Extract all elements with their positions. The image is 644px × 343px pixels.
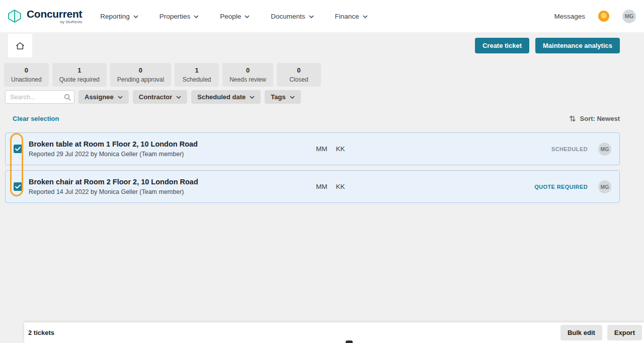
chip-label: Quote required: [59, 76, 100, 83]
assignee-initials: KK: [336, 145, 345, 153]
brand-logo[interactable]: Concurrent by StuRents: [7, 9, 82, 24]
assignee-initials: KK: [336, 183, 345, 190]
bulk-action-footer: 2 tickets Bulk edit Export: [24, 322, 644, 343]
nav-right: Messages MG: [554, 10, 636, 23]
ticket-title: Broken table at Room 1 Floor 2, 10 Londo…: [29, 140, 316, 148]
ticket-row[interactable]: Broken chair at Room 2 Floor 2, 10 Londo…: [5, 170, 620, 203]
chevron-down-icon: [133, 15, 138, 18]
assignee-filter-dropdown[interactable]: Assignee: [78, 90, 129, 104]
list-controls: Clear selection Sort: Newest: [13, 115, 620, 122]
chip-count: 1: [77, 66, 81, 74]
band-actions: Create ticket Maintenance analytics: [475, 38, 620, 53]
assignee-initials: MM: [316, 183, 328, 190]
chip-count: 0: [297, 66, 300, 74]
ticket-right: SCHEDULED MG: [551, 143, 611, 156]
chevron-down-icon: [309, 15, 314, 18]
chip-label: Unactioned: [11, 76, 42, 83]
ticket-list: Broken table at Room 1 Floor 2, 10 Londo…: [5, 132, 620, 203]
top-nav: Concurrent by StuRents Reporting Propert…: [0, 0, 644, 32]
assignee-initials: MM: [316, 145, 328, 153]
maintenance-analytics-button[interactable]: Maintenance analytics: [535, 38, 620, 53]
nav-messages-label: Messages: [554, 13, 585, 20]
check-icon: [15, 184, 21, 189]
status-chip-quote-required[interactable]: 1 Quote required: [52, 63, 107, 87]
ticket-status-badge: QUOTE REQUIRED: [534, 184, 588, 190]
contractor-filter-dropdown[interactable]: Contractor: [133, 90, 187, 104]
brand-byline: by StuRents: [60, 20, 83, 24]
chevron-down-icon: [363, 15, 368, 18]
brand-name: Concurrent: [27, 9, 82, 19]
chevron-down-icon: [176, 96, 181, 99]
nav-reporting[interactable]: Reporting: [100, 13, 138, 20]
nav-finance[interactable]: Finance: [335, 13, 368, 20]
sort-control[interactable]: Sort: Newest: [569, 115, 620, 122]
footer-actions: Bulk edit Export: [560, 325, 642, 340]
ticket-status-badge: SCHEDULED: [551, 146, 588, 152]
status-chip-scheduled[interactable]: 1 Scheduled: [175, 63, 219, 87]
clear-selection-link[interactable]: Clear selection: [13, 115, 59, 122]
ticket-avatar: MG: [598, 143, 611, 156]
chevron-down-icon: [250, 96, 255, 99]
brand-text: Concurrent by StuRents: [27, 9, 82, 24]
status-filter-row: 0 Unactioned 1 Quote required 0 Pending …: [4, 63, 644, 87]
status-chip-unactioned[interactable]: 0 Unactioned: [4, 63, 49, 87]
chip-label: Pending approval: [117, 76, 164, 83]
nav-finance-label: Finance: [335, 13, 359, 20]
bottom-artifact: [346, 340, 353, 343]
tags-filter-label: Tags: [271, 93, 285, 101]
nav-people-label: People: [220, 13, 241, 20]
chevron-down-icon: [290, 96, 295, 99]
ticket-reported: Reported 14 Jul 2022 by Monica Geller (T…: [29, 188, 316, 195]
filter-row: Assignee Contractor Scheduled date Tags: [5, 90, 644, 104]
check-icon: [15, 147, 21, 151]
chip-count: 1: [195, 66, 199, 74]
scheduled-date-filter-dropdown[interactable]: Scheduled date: [191, 90, 261, 104]
nav-documents-label: Documents: [271, 13, 305, 20]
badge-icon[interactable]: [598, 11, 609, 22]
ticket-main: Broken chair at Room 2 Floor 2, 10 Londo…: [29, 178, 316, 195]
status-chip-pending-approval[interactable]: 0 Pending approval: [110, 63, 171, 87]
search-box: [5, 90, 74, 104]
home-icon: [15, 41, 25, 51]
chip-count: 0: [25, 66, 28, 74]
brand-logo-icon: [7, 9, 22, 24]
chevron-down-icon: [194, 15, 199, 18]
tags-filter-dropdown[interactable]: Tags: [265, 90, 300, 104]
chevron-down-icon: [245, 15, 250, 18]
assignee-filter-label: Assignee: [85, 93, 114, 101]
nav-documents[interactable]: Documents: [271, 13, 313, 20]
bulk-edit-button[interactable]: Bulk edit: [560, 325, 602, 340]
ticket-checkbox[interactable]: [14, 182, 22, 191]
status-chip-closed[interactable]: 0 Closed: [277, 63, 321, 87]
scheduled-date-filter-label: Scheduled date: [197, 93, 246, 101]
nav-messages[interactable]: Messages: [554, 13, 585, 20]
ticket-avatar: MG: [598, 180, 611, 193]
ticket-assignees: MM KK: [316, 145, 345, 153]
status-chip-needs-review[interactable]: 0 Needs review: [222, 63, 273, 87]
contractor-filter-label: Contractor: [139, 93, 172, 101]
home-tab[interactable]: [8, 34, 32, 57]
sort-arrows-icon: [569, 115, 576, 122]
chip-count: 0: [246, 66, 250, 74]
user-avatar[interactable]: MG: [622, 10, 636, 23]
ticket-row[interactable]: Broken table at Room 1 Floor 2, 10 Londo…: [5, 132, 620, 165]
main-nav: Reporting Properties People Documents Fi…: [100, 13, 367, 20]
chevron-down-icon: [118, 96, 123, 99]
tab-band: Create ticket Maintenance analytics: [0, 34, 644, 57]
search-input[interactable]: [5, 90, 74, 104]
ticket-main: Broken table at Room 1 Floor 2, 10 Londo…: [29, 140, 316, 158]
create-ticket-button[interactable]: Create ticket: [475, 38, 529, 53]
sort-label: Sort: Newest: [580, 115, 620, 122]
chip-label: Closed: [289, 76, 308, 83]
ticket-checkbox[interactable]: [14, 145, 22, 153]
ticket-assignees: MM KK: [316, 183, 345, 190]
chip-count: 0: [139, 66, 142, 74]
ticket-count: 2 tickets: [28, 329, 54, 336]
export-button[interactable]: Export: [607, 325, 642, 340]
chip-label: Needs review: [229, 76, 266, 83]
nav-properties[interactable]: Properties: [159, 13, 199, 20]
chip-label: Scheduled: [183, 76, 211, 83]
ticket-right: QUOTE REQUIRED MG: [534, 180, 611, 193]
nav-reporting-label: Reporting: [100, 13, 130, 20]
nav-people[interactable]: People: [220, 13, 250, 20]
